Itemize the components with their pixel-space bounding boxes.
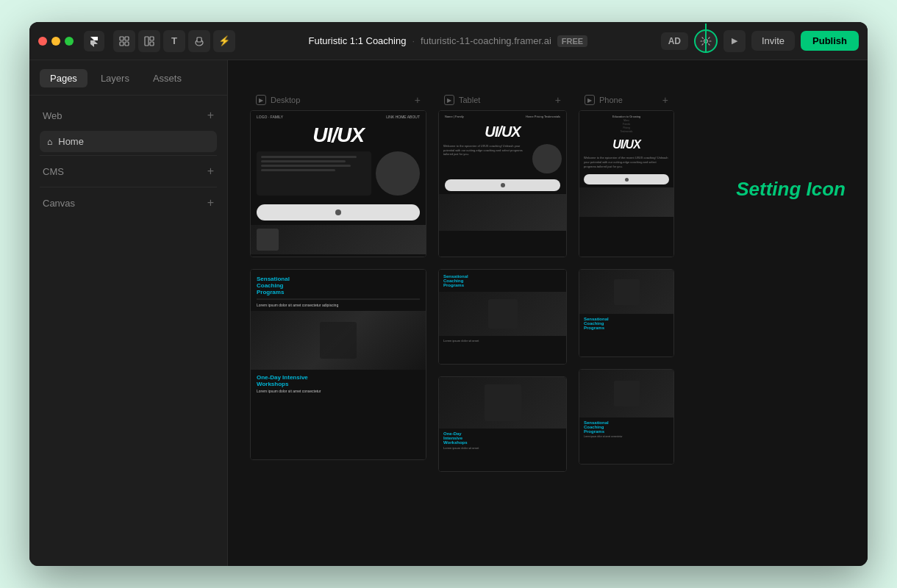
svg-rect-5 (150, 37, 154, 40)
divider-1 (40, 155, 217, 156)
app-window: T ⚡ Futuristic 1:1 Coaching · futuristic… (29, 22, 868, 566)
maximize-button[interactable] (65, 37, 74, 46)
tablet-frame-mid[interactable]: SensationalCoachingPrograms Lorem ipsum … (438, 269, 567, 365)
tablet-bottom-image (439, 377, 566, 429)
desktop-label: Desktop (271, 96, 300, 104)
tablet-workshop-title: One-DayIntensiveWorkshops (443, 431, 562, 445)
tablet-play-icon[interactable]: ▶ (444, 95, 454, 105)
desktop-image-bottom (251, 225, 426, 254)
tablet-frame-top[interactable]: Name | Family Home Pricing Testimonials … (438, 110, 567, 257)
desktop-body (251, 147, 426, 200)
tablet-sphere (532, 144, 562, 173)
desktop-lower-text: Lorem ipsum dolor sit amet consectetur a… (257, 303, 420, 308)
add-canvas-button[interactable]: + (207, 196, 214, 209)
tablet-hero-text: UI/UX (439, 122, 566, 141)
invite-button[interactable]: Invite (751, 31, 795, 51)
phone-label: Phone (599, 96, 623, 104)
desktop-frame-top[interactable]: LOGO · FAMILY LINK HOME ABOUT UI/UX (250, 110, 426, 257)
svg-rect-1 (125, 37, 129, 40)
text-icon[interactable]: T (163, 30, 185, 52)
toolbar: T ⚡ (113, 30, 235, 52)
phone-nav: Education to Growing Menu Friends Pricin… (579, 111, 673, 137)
phone-cta-dot (625, 178, 629, 182)
tablet-mid-image (439, 292, 566, 336)
web-section-header[interactable]: Web + (40, 103, 217, 128)
cms-section-header[interactable]: CMS + (40, 159, 217, 184)
tablet-body: Welcome to the epicenter of UI/UX coachi… (439, 141, 566, 176)
svg-rect-3 (125, 42, 129, 46)
tablet-column: ▶ Tablet + Name | Family Home Pricing Te… (438, 90, 567, 537)
desktop-add-icon[interactable]: + (415, 94, 421, 106)
phone-cta (584, 174, 669, 184)
desktop-workshop-section: One-Day IntensiveWorkshops Lorem ipsum d… (251, 370, 426, 398)
lightning-icon[interactable]: ⚡ (213, 30, 235, 52)
tab-pages[interactable]: Pages (40, 69, 87, 87)
phone-image (579, 187, 673, 217)
publish-button[interactable]: Publish (801, 31, 859, 51)
phone-add-icon[interactable]: + (662, 94, 668, 106)
desktop-text-block (257, 151, 371, 196)
phone-header: ▶ Phone + (579, 90, 674, 110)
sidebar: Pages Layers Assets Web + ⌂ Home CMS + (29, 60, 228, 566)
home-page-item[interactable]: ⌂ Home (40, 131, 217, 152)
tablet-add-icon[interactable]: + (555, 94, 561, 106)
framer-logo[interactable] (84, 31, 104, 51)
desktop-frame-bottom[interactable]: SensationalCoachingPrograms Lorem ipsum … (250, 269, 426, 460)
phone-coaching-title: SensationalCoachingPrograms (584, 317, 669, 330)
title-actions: AD ▶ Invite Publish (661, 29, 859, 53)
traffic-lights (38, 37, 74, 46)
phone-mid-content: SensationalCoachingPrograms (579, 270, 673, 356)
desktop-preview-content-top: LOGO · FAMILY LINK HOME ABOUT UI/UX (251, 111, 426, 257)
phone-frame-top[interactable]: Education to Growing Menu Friends Pricin… (579, 110, 674, 257)
gear-icon (700, 35, 712, 47)
home-icon: ⌂ (47, 137, 52, 147)
phone-workshop-desc: Lorem ipsum dolor sit amet consectetur (584, 435, 669, 438)
phone-frame-bottom[interactable]: SensationalCoachingPrograms Lorem ipsum … (579, 369, 674, 465)
tablet-mid-desc: Lorem ipsum dolor sit amet (443, 339, 562, 343)
cta-dot (335, 209, 341, 215)
desktop-lower-overlay (251, 311, 426, 370)
canvas-inner: ▶ Desktop + LOGO · FAMILY LINK HOME ABOU… (228, 60, 868, 566)
site-name: Futuristic 1:1 Coaching (308, 35, 406, 46)
desktop-column: ▶ Desktop + LOGO · FAMILY LINK HOME ABOU… (250, 90, 426, 537)
grid-icon[interactable] (138, 30, 160, 52)
desktop-nav: LOGO · FAMILY LINK HOME ABOUT (251, 111, 426, 123)
desktop-play-icon[interactable]: ▶ (256, 95, 266, 105)
preview-button[interactable]: ▶ (723, 30, 746, 52)
tablet-frame-bottom[interactable]: One-DayIntensiveWorkshops Lorem ipsum do… (438, 376, 567, 472)
tablet-preview-content-top: Name | Family Home Pricing Testimonials … (439, 111, 566, 257)
title-center: Futuristic 1:1 Coaching · futuristic-11-… (241, 35, 655, 47)
tablet-header: ▶ Tablet + (438, 90, 567, 110)
tab-assets[interactable]: Assets (143, 69, 192, 87)
add-frame-icon[interactable] (113, 30, 135, 52)
tab-layers[interactable]: Layers (90, 69, 140, 87)
phone-play-icon[interactable]: ▶ (585, 95, 595, 105)
desktop-workshop-text: Lorem ipsum dolor sit amet consectetur (257, 389, 420, 394)
main-area: Pages Layers Assets Web + ⌂ Home CMS + (29, 60, 868, 566)
tablet-cta (445, 179, 560, 191)
settings-button[interactable] (694, 29, 718, 53)
desktop-lower-image (251, 311, 426, 370)
tablet-coaching-title: SensationalCoachingPrograms (443, 274, 562, 287)
add-web-button[interactable]: + (207, 109, 214, 122)
add-cms-button[interactable]: + (207, 165, 214, 178)
canvas-area[interactable]: ▶ Desktop + LOGO · FAMILY LINK HOME ABOU… (228, 60, 868, 566)
phone-mid-section: SensationalCoachingPrograms (579, 314, 673, 333)
svg-rect-4 (145, 37, 149, 46)
canvas-section-header[interactable]: Canvas + (40, 190, 217, 215)
minimize-button[interactable] (51, 37, 60, 46)
tablet-cta-dot (501, 183, 505, 187)
close-button[interactable] (38, 37, 47, 46)
tablet-bottom-content: One-DayIntensiveWorkshops Lorem ipsum do… (439, 377, 566, 471)
svg-rect-2 (120, 42, 124, 46)
tablet-mid-content: SensationalCoachingPrograms Lorem ipsum … (439, 270, 566, 364)
svg-rect-6 (150, 42, 154, 46)
shape-icon[interactable] (188, 30, 210, 52)
desktop-img-thumb (320, 322, 357, 359)
desktop-header: ▶ Desktop + (250, 90, 426, 110)
phone-frame-mid[interactable]: SensationalCoachingPrograms (579, 269, 674, 357)
phone-mid-image (579, 270, 673, 314)
desktop-sphere (376, 151, 420, 196)
ad-button[interactable]: AD (661, 32, 688, 50)
phone-preview-content-top: Education to Growing Menu Friends Pricin… (579, 111, 673, 257)
